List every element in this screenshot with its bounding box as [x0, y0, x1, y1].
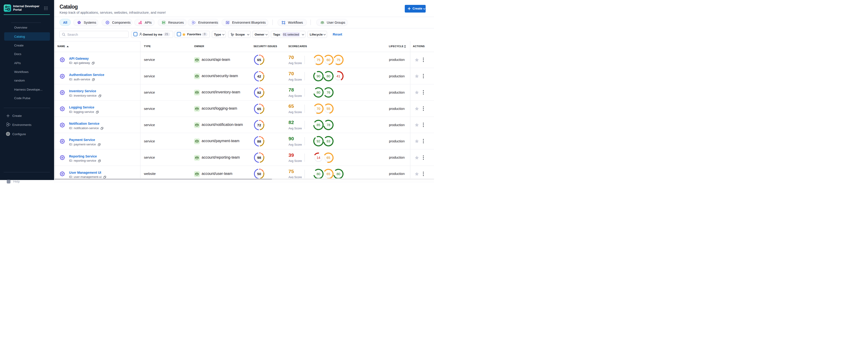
svg-text:65: 65 — [257, 107, 261, 111]
svg-text:80: 80 — [327, 74, 330, 78]
svg-text:90: 90 — [316, 74, 320, 78]
svg-text:92: 92 — [257, 91, 261, 94]
svg-text:83: 83 — [327, 140, 330, 143]
svg-text:41: 41 — [336, 74, 340, 78]
svg-text:76: 76 — [327, 91, 330, 94]
svg-text:50: 50 — [257, 172, 261, 176]
svg-text:42: 42 — [257, 74, 261, 78]
svg-text:78: 78 — [327, 123, 330, 127]
svg-text:70: 70 — [316, 107, 320, 111]
svg-text:72: 72 — [257, 123, 261, 127]
svg-text:75: 75 — [316, 58, 320, 62]
svg-text:14: 14 — [316, 156, 320, 159]
svg-text:75: 75 — [336, 58, 340, 62]
svg-text:80: 80 — [316, 91, 320, 94]
svg-text:80: 80 — [336, 172, 340, 176]
svg-text:65: 65 — [257, 58, 261, 62]
svg-text:92: 92 — [316, 140, 320, 143]
svg-text:65: 65 — [327, 172, 330, 176]
svg-text:88: 88 — [257, 139, 261, 143]
svg-text:85: 85 — [316, 123, 320, 127]
svg-text:55: 55 — [327, 107, 330, 111]
svg-text:A: A — [227, 22, 228, 24]
svg-text:60: 60 — [327, 58, 330, 62]
svg-text:80: 80 — [316, 172, 320, 176]
svg-text:98: 98 — [257, 156, 261, 159]
svg-text:65: 65 — [327, 156, 330, 159]
